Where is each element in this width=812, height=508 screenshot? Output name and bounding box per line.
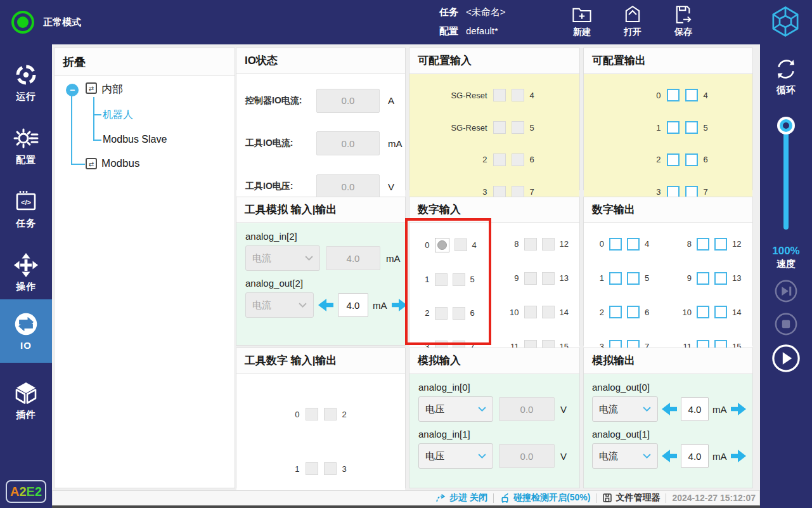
tree-node-robot[interactable]: 机器人: [103, 108, 133, 122]
speed-value: 100%: [760, 245, 812, 257]
analog-in1-label: analog_in[1]: [418, 429, 570, 440]
new-button[interactable]: 新建: [557, 4, 607, 38]
tree-connector-line: [93, 140, 101, 141]
digital-output-row: 8 12: [676, 238, 747, 251]
analog-out0-mode-select[interactable]: 电流: [592, 396, 658, 422]
task-value: <未命名>: [466, 6, 506, 18]
arrow-left-icon: [662, 449, 677, 463]
digital-output-checkbox[interactable]: [714, 238, 727, 251]
step-mode-status[interactable]: 步进 关闭: [435, 492, 487, 504]
status-datetime: 2024-12-27 15:12:07: [672, 493, 756, 503]
increase-arrow-button[interactable]: [392, 298, 407, 312]
configurable-output-checkbox[interactable]: [667, 153, 680, 166]
sidebar-item-operate[interactable]: 操作: [0, 244, 52, 302]
io-tree-panel: 折叠 − ⇄ 内部 机器人 Modbus Slave ⇄ Modbus: [54, 48, 235, 488]
collision-robot-icon: [499, 493, 510, 504]
configurable-output-checkbox[interactable]: [685, 121, 698, 134]
open-button[interactable]: 打开: [607, 4, 658, 38]
digital-output-checkbox[interactable]: [627, 306, 640, 318]
chevron-down-icon: [299, 303, 307, 308]
analog-out1-value[interactable]: 4.0: [681, 444, 709, 468]
topbar-actions: 新建 打开 保存: [557, 4, 709, 38]
stop-button[interactable]: [774, 312, 798, 339]
digital-output-checkbox[interactable]: [609, 306, 622, 318]
configurable-output-checkbox[interactable]: [667, 121, 680, 134]
digital-input-indicator: [435, 307, 448, 320]
sidebar-item-plugin[interactable]: 插件: [0, 372, 52, 430]
panel-title: 可配置输出: [584, 48, 752, 74]
sidebar-item-config[interactable]: 配置: [0, 117, 52, 175]
configurable-output-row: 2 6: [584, 153, 752, 166]
decrease-arrow-button[interactable]: [318, 298, 333, 312]
tree-node-internal[interactable]: 内部: [101, 82, 123, 96]
decrease-arrow-button[interactable]: [662, 402, 677, 416]
speed-slider-knob[interactable]: [777, 117, 795, 134]
digital-output-checkbox[interactable]: [697, 272, 709, 285]
digital-output-checkbox[interactable]: [627, 272, 640, 285]
cycle-icon: [773, 56, 799, 82]
digital-output-checkbox[interactable]: [714, 306, 727, 318]
tool-digital-indicator: [324, 408, 337, 420]
chevron-down-icon: [478, 453, 486, 459]
configurable-input-row: SG-Reset 5: [409, 121, 579, 134]
tree-node-modbus[interactable]: Modbus: [101, 157, 139, 170]
configurable-output-checkbox[interactable]: [685, 153, 698, 166]
collision-detection-status[interactable]: 碰撞检测开启(50%): [499, 492, 590, 504]
digital-output-panel: 数字输出 0 4 1 5 2 6: [583, 197, 753, 346]
analog-out1-label: analog_out[1]: [592, 429, 744, 440]
digital-output-checkbox[interactable]: [697, 306, 709, 318]
analog-in0-label: analog_in[0]: [418, 382, 570, 393]
digital-output-checkbox[interactable]: [714, 272, 727, 285]
io-node-icon: ⇄: [86, 158, 97, 169]
new-folder-icon: [571, 4, 593, 25]
speed-slider-track[interactable]: [783, 126, 789, 230]
panel-title: 可配置输入: [409, 48, 579, 74]
sidebar-item-task[interactable]: </> 任务: [0, 180, 52, 238]
configurable-output-checkbox[interactable]: [667, 89, 680, 101]
digital-output-checkbox[interactable]: [609, 238, 622, 251]
tree-connector-line: [93, 114, 101, 115]
status-divider: [596, 493, 596, 503]
save-button[interactable]: 保存: [658, 4, 709, 38]
digital-output-checkbox[interactable]: [697, 238, 709, 251]
analog-out2-value[interactable]: 4.0: [338, 293, 368, 317]
io-status-row: 工具IO电流: 0.0 mA: [236, 131, 405, 155]
io-transfer-icon: [13, 311, 39, 337]
cycle-button[interactable]: 循环: [760, 56, 812, 96]
panel-title: 数字输出: [584, 197, 752, 223]
increase-arrow-button[interactable]: [731, 402, 746, 416]
decrease-arrow-button[interactable]: [662, 449, 677, 463]
file-manager-button[interactable]: 文件管理器: [602, 492, 660, 504]
analog-in1-mode-select[interactable]: 电压: [418, 443, 493, 469]
configurable-input-row: SG-Reset 4: [409, 89, 579, 101]
sidebar-item-run[interactable]: 运行: [0, 53, 52, 112]
tool-io-voltage-field: 0.0: [316, 174, 380, 199]
digital-output-checkbox[interactable]: [609, 272, 622, 285]
tree-header[interactable]: 折叠: [55, 48, 235, 76]
open-icon: [622, 4, 643, 25]
configurable-output-checkbox[interactable]: [685, 89, 698, 101]
tool-digital-indicator: [306, 462, 318, 475]
tree-node-modbus-slave[interactable]: Modbus Slave: [103, 134, 167, 145]
configurable-input-checkbox: [512, 89, 524, 101]
speed-label: 速度: [760, 258, 812, 270]
analog-in0-mode-select[interactable]: 电压: [418, 396, 493, 422]
stop-icon: [774, 312, 798, 336]
increase-arrow-button[interactable]: [731, 449, 746, 463]
version-badge[interactable]: A2E2: [6, 480, 46, 503]
digital-input-indicator: [524, 272, 537, 285]
task-config-block: 任务 <未命名> 配置 default*: [439, 6, 506, 44]
tree-collapse-toggle[interactable]: −: [66, 84, 79, 96]
digital-input-indicator: [454, 238, 467, 251]
play-button[interactable]: [771, 344, 801, 375]
tool-io-current-field: 0.0: [316, 131, 380, 155]
digital-input-row: 1 5: [415, 273, 487, 286]
digital-input-indicator: [542, 306, 555, 318]
digital-output-checkbox[interactable]: [627, 238, 640, 251]
digital-input-row: 10 14: [504, 306, 575, 318]
analog-in2-mode-select: 电流: [245, 245, 320, 271]
analog-out0-value[interactable]: 4.0: [681, 397, 709, 421]
sidebar-item-io[interactable]: IO: [0, 299, 52, 363]
analog-out1-mode-select[interactable]: 电流: [592, 443, 658, 469]
step-forward-button[interactable]: [774, 279, 798, 306]
